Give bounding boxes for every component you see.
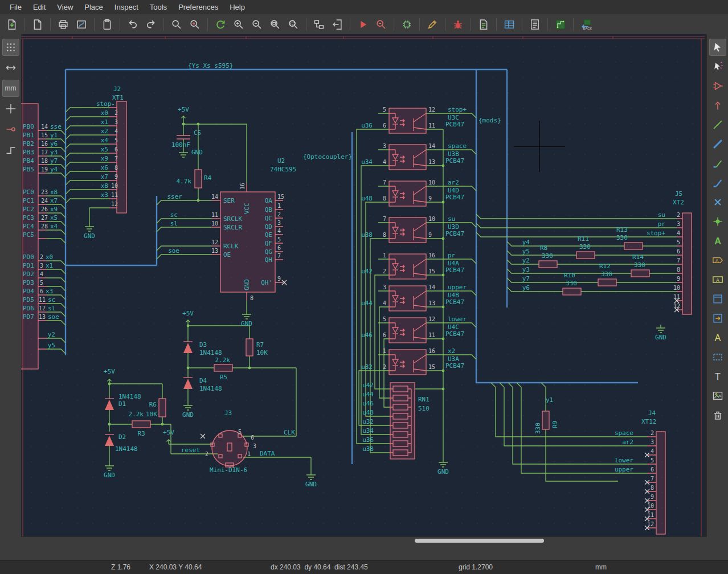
j5-connector[interactable] [682, 213, 692, 314]
schematic-label: 12 [647, 521, 654, 527]
hierarchical-label-tool-button[interactable] [709, 271, 726, 288]
r6-resistor[interactable] [159, 399, 166, 417]
hidden-pins-toggle-button[interactable] [2, 121, 19, 138]
print-button[interactable] [55, 16, 72, 33]
undo-button[interactable] [124, 16, 141, 33]
bus-tool-button[interactable] [709, 136, 726, 153]
find-replace-button[interactable] [186, 16, 203, 33]
menu-inspect[interactable]: Inspect [109, 1, 144, 13]
hierarchical-sheet-tool-button[interactable] [709, 290, 726, 308]
optocoupler-u4c[interactable] [389, 318, 426, 343]
place-symbol-tool-button[interactable] [709, 77, 726, 95]
menu-place[interactable]: Place [79, 1, 108, 13]
cursor-shape-toggle-button[interactable] [2, 100, 19, 117]
j2-connector[interactable] [117, 101, 126, 213]
r5-resistor[interactable] [214, 364, 232, 371]
optocoupler-u4d[interactable] [389, 181, 426, 206]
units-mm-button[interactable]: mm [2, 80, 19, 97]
optocoupler-u3a[interactable] [389, 350, 426, 375]
menu-help[interactable]: Help [224, 1, 250, 13]
graphic-shape-tool-button[interactable] [709, 348, 726, 366]
zoom-selection-button[interactable] [285, 16, 302, 33]
r13-resistor[interactable] [624, 243, 643, 249]
toolbar-separator [207, 18, 208, 31]
generate-netlist-button[interactable] [475, 16, 492, 33]
bus-to-bus-entry-tool-button[interactable] [709, 174, 726, 191]
schematic-label: u34 [361, 158, 373, 166]
r10-resistor[interactable] [563, 288, 581, 295]
r7-resistor[interactable] [246, 339, 253, 356]
menu-tools[interactable]: Tools [145, 1, 172, 13]
redo-button[interactable] [142, 16, 159, 33]
zoom-fit-button[interactable] [267, 16, 284, 33]
paste-button[interactable] [99, 16, 116, 33]
r9-resistor[interactable] [542, 411, 549, 429]
menu-preferences[interactable]: Preferences [173, 1, 223, 13]
schematic-label: y2 [48, 331, 55, 338]
schematic-label: su [448, 215, 455, 223]
symbol-library-browser-button[interactable] [398, 16, 415, 33]
units-inch-button[interactable] [2, 59, 19, 76]
menu-edit[interactable]: Edit [28, 1, 51, 13]
zoom-in-button[interactable] [230, 16, 247, 33]
refresh-button[interactable] [212, 16, 229, 33]
schematic-label: 4.7k [177, 178, 192, 185]
text-tool-button[interactable] [709, 329, 726, 346]
annotate-button[interactable] [424, 16, 441, 33]
cursor-position: X 240.03 Y 40.64 [149, 563, 202, 571]
optocoupler-u3b[interactable] [389, 145, 426, 170]
erc-button[interactable] [449, 16, 467, 33]
wire-tool-button[interactable] [709, 116, 726, 133]
run-simulation-button[interactable] [354, 16, 371, 33]
optocoupler-bank [389, 108, 426, 375]
place-power-tool-button[interactable] [709, 97, 726, 114]
schematic-label: QH' [261, 279, 272, 286]
image-tool-button[interactable] [709, 387, 726, 404]
net-label-tool-button[interactable] [709, 232, 726, 249]
symbol-fields-table-button[interactable] [501, 16, 518, 33]
open-pcbnew-button[interactable] [552, 16, 569, 33]
import-sheet-pin-tool-button[interactable] [709, 310, 726, 327]
optocoupler-u3d[interactable] [389, 218, 426, 243]
junction-tool-button[interactable] [709, 213, 726, 230]
j4-connector[interactable] [656, 432, 665, 534]
r12-resistor[interactable] [598, 279, 616, 286]
delete-tool-button[interactable] [709, 407, 726, 424]
graphic-text-tool-button[interactable] [709, 368, 726, 385]
hv-wires-toggle-button[interactable] [2, 141, 19, 158]
menu-file[interactable]: File [5, 1, 27, 13]
generate-bom-button[interactable] [526, 16, 543, 33]
leave-sheet-button[interactable] [329, 16, 346, 33]
simulation-probe-button[interactable] [373, 16, 390, 33]
sheet-settings-button[interactable] [29, 16, 46, 33]
rn1-network[interactable] [390, 383, 415, 459]
find-button[interactable] [168, 16, 185, 33]
back-annotate-button[interactable] [578, 16, 595, 33]
schematic-label: 23 [41, 189, 48, 195]
schematic-label: 8 [114, 165, 118, 171]
zoom-out-button[interactable] [248, 16, 265, 33]
highlight-net-tool-button[interactable] [709, 58, 726, 75]
optocoupler-u4b[interactable] [389, 286, 426, 311]
save-button[interactable] [3, 16, 21, 33]
r11-resistor[interactable] [576, 252, 595, 259]
r14-resistor[interactable] [631, 270, 649, 277]
grid-toggle-button[interactable] [2, 39, 19, 56]
optocoupler-u3c[interactable] [389, 108, 426, 133]
r3-resistor[interactable] [132, 421, 150, 428]
schematic-label: C5 [194, 129, 201, 137]
schematic-label: 5 [238, 429, 242, 435]
schematic-canvas[interactable]: {Ys Xs s595}{Optocoupler}{mods}J2XT1stop… [21, 34, 705, 536]
global-label-tool-button[interactable] [709, 252, 726, 269]
navigate-hierarchy-button[interactable] [310, 16, 328, 33]
import-sheet-pin-tool-icon [712, 313, 723, 324]
r4-resistor[interactable] [195, 170, 202, 188]
menu-view[interactable]: View [52, 1, 78, 13]
select-tool-button[interactable] [709, 39, 726, 56]
wire-to-bus-entry-tool-button[interactable] [709, 155, 726, 172]
horizontal-scrollbar[interactable] [415, 539, 544, 543]
plot-button[interactable] [73, 16, 90, 33]
no-connect-tool-button[interactable] [709, 194, 726, 211]
optocoupler-u4a[interactable] [389, 254, 426, 279]
r8-resistor[interactable] [539, 261, 557, 268]
